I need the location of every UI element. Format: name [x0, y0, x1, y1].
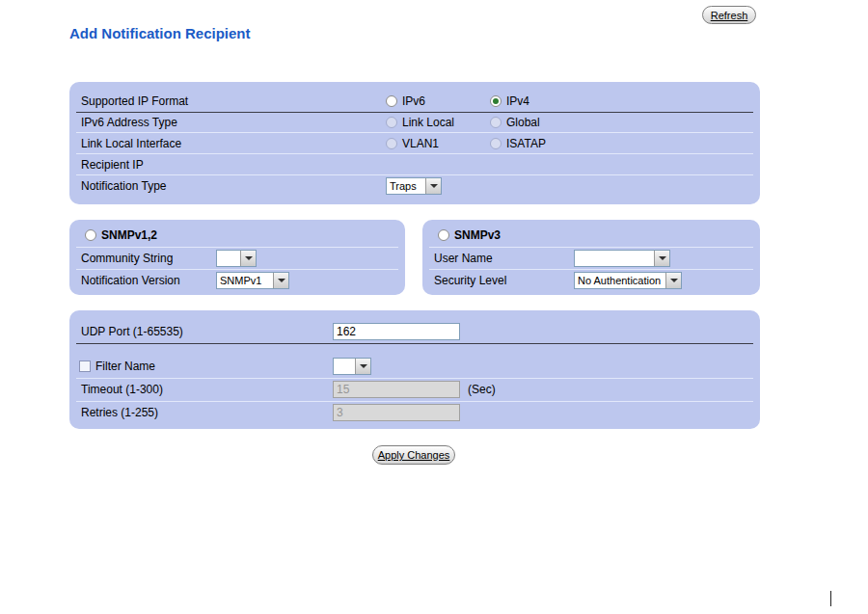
link-local-interface-label: Link Local Interface — [81, 134, 181, 153]
notification-type-dropdown[interactable]: Traps — [386, 177, 442, 195]
ipv6-radio-icon[interactable] — [386, 95, 397, 107]
row-snmpv12-header: SNMPv1,2 — [69, 226, 405, 245]
security-level-label: Security Level — [434, 271, 506, 290]
separator — [76, 174, 753, 175]
row-security-level: Security Level No Authentication — [422, 271, 760, 290]
ip-settings-panel: Supported IP Format IPv6 IPv4 IPv6 Addre… — [69, 82, 760, 204]
link-local-radio-label: Link Local — [402, 113, 454, 132]
snmpv3-radio-icon[interactable] — [438, 229, 449, 241]
udp-port-input[interactable] — [333, 323, 460, 340]
security-level-dropdown[interactable]: No Authentication — [574, 272, 682, 289]
supported-ip-format-label: Supported IP Format — [81, 92, 188, 111]
separator — [76, 343, 753, 344]
isatap-radio-option: ISATAP — [490, 134, 546, 153]
global-radio-option: Global — [490, 113, 540, 132]
row-timeout: Timeout (1-300) (Sec) — [69, 380, 760, 399]
chevron-down-icon — [430, 184, 438, 188]
filter-name-dropdown[interactable] — [333, 358, 371, 375]
udp-port-label: UDP Port (1-65535) — [81, 322, 183, 341]
vlan1-radio-label: VLAN1 — [402, 134, 439, 153]
user-name-dropdown[interactable] — [574, 250, 670, 267]
apply-changes-button[interactable]: Apply Changes — [372, 445, 455, 465]
ipv6-radio-label: IPv6 — [402, 92, 425, 111]
ipv6-radio-option[interactable]: IPv6 — [386, 92, 425, 111]
notification-version-value: SNMPv1 — [217, 273, 273, 288]
row-retries: Retries (1-255) — [69, 403, 760, 422]
dropdown-arrow-button[interactable] — [425, 178, 441, 194]
row-community-string: Community String — [69, 249, 405, 268]
retries-input — [333, 404, 460, 421]
vlan1-radio-option: VLAN1 — [386, 134, 439, 153]
global-radio-icon — [490, 117, 502, 128]
row-link-local-interface: Link Local Interface VLAN1 ISATAP — [69, 134, 760, 153]
row-udp-port: UDP Port (1-65535) — [69, 322, 760, 341]
ipv4-radio-label: IPv4 — [506, 92, 529, 111]
snmpv3-radio-option[interactable]: SNMPv3 — [438, 226, 501, 245]
chevron-down-icon — [278, 279, 285, 282]
isatap-radio-label: ISATAP — [506, 134, 546, 153]
dropdown-arrow-button[interactable] — [355, 359, 370, 374]
user-name-label: User Name — [434, 249, 493, 268]
notification-type-label: Notification Type — [81, 176, 167, 196]
timeout-label: Timeout (1-300) — [81, 380, 163, 399]
ipv4-radio-icon[interactable] — [490, 95, 502, 107]
global-radio-label: Global — [506, 113, 540, 132]
row-filter-name: Filter Name — [69, 357, 760, 376]
snmpv3-panel: SNMPv3 User Name Security Level No Authe… — [422, 220, 760, 295]
row-recipient-ip: Recipient IP — [69, 155, 760, 174]
page-title: Add Notification Recipient — [69, 25, 251, 41]
snmpv12-panel: SNMPv1,2 Community String Notification V… — [69, 220, 405, 295]
recipient-ip-label: Recipient IP — [81, 155, 144, 174]
chevron-down-icon — [670, 279, 678, 282]
separator — [429, 247, 753, 248]
security-level-value: No Authentication — [575, 273, 665, 288]
separator — [76, 401, 753, 402]
row-notification-type: Notification Type Traps — [69, 176, 760, 196]
separator — [76, 153, 753, 154]
row-user-name: User Name — [422, 249, 760, 268]
isatap-radio-icon — [490, 138, 502, 149]
page: Refresh Add Notification Recipient Suppo… — [0, 0, 868, 614]
text-caret — [830, 591, 831, 606]
filter-name-checkbox[interactable] — [79, 360, 91, 372]
row-supported-ip-format: Supported IP Format IPv6 IPv4 — [69, 92, 760, 111]
row-notification-version: Notification Version SNMPv1 — [69, 271, 405, 290]
chevron-down-icon — [659, 256, 666, 260]
snmpv12-radio-icon[interactable] — [85, 229, 96, 241]
link-local-radio-option: Link Local — [386, 113, 454, 132]
dropdown-arrow-button[interactable] — [273, 273, 288, 288]
community-string-label: Community String — [81, 249, 173, 268]
refresh-button[interactable]: Refresh — [702, 6, 756, 24]
chevron-down-icon — [360, 364, 367, 368]
notification-version-dropdown[interactable]: SNMPv1 — [216, 272, 289, 289]
separator — [76, 269, 398, 270]
filter-name-label: Filter Name — [95, 357, 155, 376]
snmpv12-radio-option[interactable]: SNMPv1,2 — [85, 226, 157, 245]
dropdown-arrow-button[interactable] — [654, 251, 669, 266]
retries-label: Retries (1-255) — [81, 403, 158, 422]
udp-settings-panel: UDP Port (1-65535) Filter Name Timeout (… — [69, 310, 760, 429]
dropdown-arrow-button[interactable] — [240, 251, 256, 266]
chevron-down-icon — [245, 256, 253, 260]
separator — [429, 269, 753, 270]
timeout-unit-label: (Sec) — [468, 380, 496, 399]
community-string-dropdown[interactable] — [216, 250, 257, 267]
separator — [76, 378, 753, 379]
timeout-input — [333, 381, 460, 398]
separator — [76, 132, 753, 133]
snmpv3-title: SNMPv3 — [454, 226, 501, 245]
notification-type-value: Traps — [387, 178, 425, 194]
ipv6-address-type-label: IPv6 Address Type — [81, 113, 177, 132]
row-ipv6-address-type: IPv6 Address Type Link Local Global — [69, 113, 760, 132]
separator — [76, 247, 398, 248]
snmpv12-title: SNMPv1,2 — [101, 226, 157, 245]
vlan1-radio-icon — [386, 138, 397, 149]
dropdown-arrow-button[interactable] — [665, 273, 681, 288]
link-local-radio-icon — [386, 117, 397, 128]
notification-version-label: Notification Version — [81, 271, 180, 290]
ipv4-radio-option[interactable]: IPv4 — [490, 92, 529, 111]
row-snmpv3-header: SNMPv3 — [422, 226, 760, 245]
